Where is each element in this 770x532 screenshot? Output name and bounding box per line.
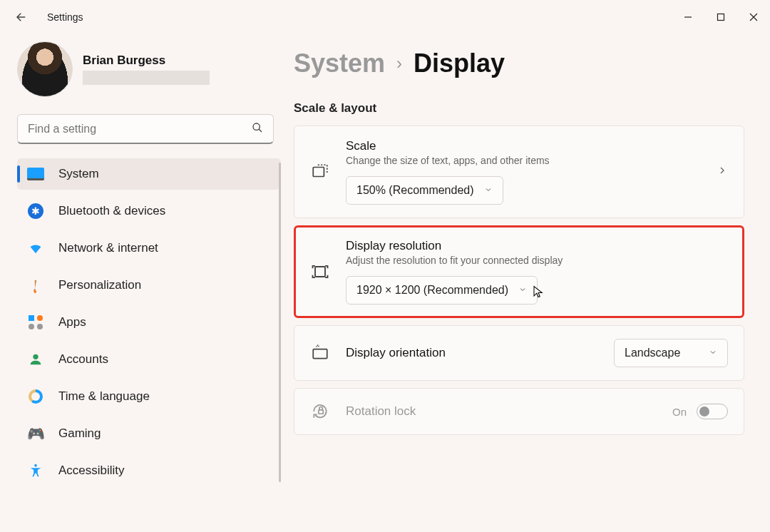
svg-rect-8 (315, 267, 325, 277)
back-button[interactable] (7, 3, 36, 31)
system-icon (27, 165, 44, 183)
chevron-down-icon (518, 284, 527, 297)
clock-icon (27, 388, 44, 405)
svg-point-2 (253, 123, 260, 130)
nav: System ✱ Bluetooth & devices Network & i… (17, 158, 281, 486)
profile-name: Brian Burgess (83, 53, 210, 68)
brush-icon (24, 273, 48, 297)
sidebar-item-label: Gaming (58, 426, 101, 441)
svg-rect-1 (718, 14, 724, 21)
search-input[interactable] (28, 123, 252, 135)
svg-point-6 (34, 464, 37, 467)
resolution-subtitle: Adjust the resolution to fit your connec… (346, 255, 728, 266)
sidebar-item-gaming[interactable]: 🎮 Gaming (17, 418, 281, 449)
app-title: Settings (47, 11, 83, 23)
scale-value: 150% (Recommended) (356, 184, 474, 197)
accessibility-icon (27, 462, 44, 479)
resolution-card[interactable]: Display resolution Adjust the resolution… (294, 225, 744, 318)
svg-rect-9 (313, 349, 327, 359)
search-icon (252, 122, 263, 136)
chevron-down-icon (484, 184, 493, 197)
sidebar-item-label: Accounts (58, 352, 108, 367)
resolution-select[interactable]: 1920 × 1200 (Recommended) (346, 276, 538, 305)
chevron-down-icon (709, 347, 717, 359)
section-header: Scale & layout (294, 101, 744, 116)
sidebar-item-label: Apps (58, 315, 86, 329)
close-button[interactable] (737, 6, 770, 29)
breadcrumb-parent[interactable]: System (294, 48, 385, 78)
breadcrumb: System › Display (294, 48, 744, 78)
rotation-lock-title: Rotation lock (346, 404, 657, 419)
scale-subtitle: Change the size of text, apps, and other… (346, 155, 701, 166)
sidebar-item-label: Network & internet (58, 241, 158, 255)
bluetooth-icon: ✱ (27, 203, 44, 220)
resolution-icon (310, 262, 330, 282)
rotation-lock-icon (310, 401, 330, 421)
account-icon (27, 351, 44, 368)
orientation-value: Landscape (625, 347, 680, 359)
orientation-select[interactable]: Landscape (614, 339, 728, 367)
sidebar-item-system[interactable]: System (17, 158, 281, 190)
gamepad-icon: 🎮 (27, 425, 44, 442)
expand-chevron[interactable] (717, 165, 728, 179)
scale-icon (310, 162, 330, 182)
scale-card[interactable]: Scale Change the size of text, apps, and… (294, 126, 744, 218)
sidebar-item-personalization[interactable]: Personalization (17, 270, 281, 301)
orientation-title: Display orientation (346, 346, 598, 360)
profile[interactable]: Brian Burgess (17, 41, 285, 97)
sidebar-item-network[interactable]: Network & internet (17, 232, 281, 264)
svg-rect-7 (313, 168, 324, 177)
resolution-value: 1920 × 1200 (Recommended) (356, 284, 508, 297)
sidebar: Brian Burgess System ✱ Bluetooth & devic… (0, 34, 285, 532)
svg-line-3 (259, 129, 262, 132)
breadcrumb-current: Display (414, 48, 505, 78)
resolution-title: Display resolution (346, 239, 728, 253)
maximize-button[interactable] (704, 6, 737, 29)
sidebar-item-label: System (58, 167, 99, 181)
sidebar-item-accounts[interactable]: Accounts (17, 344, 281, 375)
search-box[interactable] (17, 114, 274, 144)
avatar (17, 41, 73, 97)
cursor-icon (532, 285, 545, 298)
sidebar-item-label: Accessibility (58, 464, 125, 478)
rotation-lock-card: Rotation lock On (294, 388, 744, 435)
sidebar-item-apps[interactable]: Apps (17, 307, 281, 338)
orientation-icon (310, 343, 330, 363)
rotation-lock-toggle[interactable] (697, 404, 728, 419)
sidebar-item-time[interactable]: Time & language (17, 381, 281, 412)
chevron-right-icon: › (396, 53, 402, 73)
scale-title: Scale (346, 139, 701, 153)
profile-email-redacted (83, 71, 210, 85)
scale-select[interactable]: 150% (Recommended) (346, 176, 503, 205)
rotation-lock-state: On (672, 406, 687, 418)
sidebar-item-label: Bluetooth & devices (58, 204, 165, 218)
svg-rect-10 (319, 410, 324, 414)
wifi-icon (27, 240, 44, 257)
orientation-card[interactable]: Display orientation Landscape (294, 325, 744, 381)
titlebar: Settings (0, 0, 770, 34)
window-controls (672, 6, 770, 29)
main-content: System › Display Scale & layout Scale Ch… (285, 34, 770, 532)
sidebar-item-label: Time & language (58, 389, 150, 404)
apps-icon (27, 314, 44, 331)
minimize-button[interactable] (672, 6, 704, 29)
sidebar-item-accessibility[interactable]: Accessibility (17, 455, 281, 486)
svg-point-5 (33, 354, 38, 359)
sidebar-item-label: Personalization (58, 278, 141, 292)
sidebar-item-bluetooth[interactable]: ✱ Bluetooth & devices (17, 195, 281, 227)
